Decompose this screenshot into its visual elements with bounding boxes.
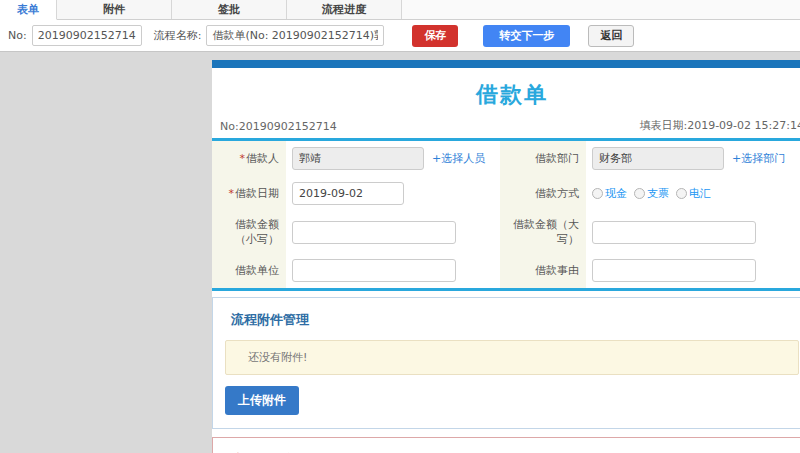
borrow-method-cell: 现金 支票 电汇 <box>586 176 800 211</box>
tab-flow-progress[interactable]: 流程进度 <box>287 0 402 19</box>
borrow-date-label: *借款日期 <box>212 176 286 211</box>
upload-attachment-button[interactable]: 上传附件 <box>225 386 299 415</box>
form-grid: *借款人 +选择人员 借款部门 +选择部门 *借款日期 借款方式 <box>212 141 800 288</box>
borrow-method-label: 借款方式 <box>500 176 586 211</box>
amount-big-input[interactable] <box>592 221 756 244</box>
form-bottom-divider <box>212 288 800 291</box>
form-meta-row: No:20190902152714 填表日期:2019-09-02 15:27:… <box>212 114 800 138</box>
select-person-link[interactable]: +选择人员 <box>432 151 485 166</box>
amount-small-label: 借款金额（小写） <box>212 211 286 253</box>
tab-form[interactable]: 表单 <box>0 0 57 20</box>
toolbar: No: 流程名称: 保存 转交下一步 返回 <box>0 20 800 52</box>
attachments-heading: 流程附件管理 <box>213 298 800 340</box>
borrower-label: *借款人 <box>212 141 286 176</box>
amount-big-cell <box>586 211 800 253</box>
borrow-unit-input[interactable] <box>292 259 456 282</box>
borrower-input[interactable] <box>292 147 424 170</box>
department-cell: +选择部门 <box>586 141 800 176</box>
no-label: No: <box>8 29 27 42</box>
tab-bar: 表单 附件 签批 流程进度 <box>0 0 800 20</box>
radio-wire[interactable]: 电汇 <box>676 186 711 201</box>
radio-cash[interactable]: 现金 <box>592 186 627 201</box>
borrow-reason-input[interactable] <box>592 259 756 282</box>
no-attachments-alert: 还没有附件! <box>225 340 799 375</box>
form-title: 借款单 <box>212 68 800 114</box>
form-no-text: No:20190902152714 <box>220 120 337 133</box>
amount-small-input[interactable] <box>292 221 456 244</box>
back-button[interactable]: 返回 <box>588 25 634 47</box>
form-header-bar <box>212 60 800 68</box>
required-mark: * <box>240 152 246 165</box>
save-button[interactable]: 保存 <box>412 25 458 47</box>
wire-radio[interactable] <box>676 188 687 199</box>
borrow-method-radio-group: 现金 支票 电汇 <box>592 186 711 201</box>
amount-big-label: 借款金额（大写） <box>500 211 586 253</box>
department-label: 借款部门 <box>500 141 586 176</box>
attachments-panel: 流程附件管理 还没有附件! 上传附件 <box>212 297 800 429</box>
approval-panel: 流程签批意见 B I abc ✎ <box>212 437 800 453</box>
borrow-unit-label: 借款单位 <box>212 253 286 288</box>
content-area: 借款单 No:20190902152714 填表日期:2019-09-02 15… <box>212 60 800 453</box>
cash-radio[interactable] <box>592 188 603 199</box>
radio-check[interactable]: 支票 <box>634 186 669 201</box>
forward-next-step-button[interactable]: 转交下一步 <box>483 25 570 47</box>
required-mark: * <box>229 187 235 200</box>
flow-name-label: 流程名称: <box>154 28 202 43</box>
flow-name-input[interactable] <box>206 25 384 46</box>
no-input[interactable] <box>32 25 142 46</box>
borrow-date-input[interactable] <box>292 182 404 205</box>
tab-attachments[interactable]: 附件 <box>57 0 172 19</box>
approval-heading: 流程签批意见 <box>213 438 800 453</box>
loan-form-panel: 借款单 No:20190902152714 填表日期:2019-09-02 15… <box>212 60 800 291</box>
amount-small-cell <box>286 211 500 253</box>
form-date-text: 填表日期:2019-09-02 15:27:14 <box>639 118 800 133</box>
department-input[interactable] <box>592 147 724 170</box>
borrower-cell: +选择人员 <box>286 141 500 176</box>
select-department-link[interactable]: +选择部门 <box>732 151 785 166</box>
borrow-reason-label: 借款事由 <box>500 253 586 288</box>
tab-approval[interactable]: 签批 <box>172 0 287 19</box>
borrow-date-cell <box>286 176 500 211</box>
check-radio[interactable] <box>634 188 645 199</box>
borrow-unit-cell <box>286 253 500 288</box>
borrow-reason-cell <box>586 253 800 288</box>
